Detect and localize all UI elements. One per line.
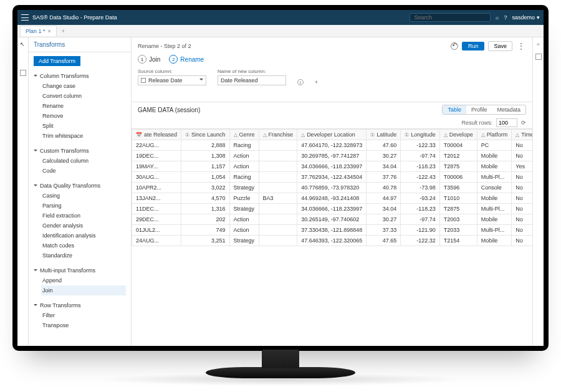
transform-item[interactable]: Remove [41,111,126,121]
step-indicator: 1Join 2Rename [138,54,526,69]
app-title: SAS® Data Studio - Prepare Data [32,14,117,21]
group-head[interactable]: Row Transforms [34,300,126,310]
transform-item[interactable]: Split [41,121,126,131]
left-gutter: ↖ [17,37,29,346]
column-header[interactable]: △Genre [229,130,259,140]
column-header[interactable]: △Develope [439,130,477,140]
chevron-down-icon [199,79,203,82]
source-column-label: Source column: [138,69,206,74]
transform-item[interactable]: Calculated column [41,156,126,166]
more-icon[interactable]: ⋮ [516,42,526,50]
tab-metadata[interactable]: Metadata [492,105,525,114]
column-header[interactable]: △Franchise [259,130,297,140]
table-row[interactable]: 24AUG...3,251Strategy47.646393, -122.320… [132,236,533,246]
close-icon[interactable]: × [48,28,51,34]
column-header[interactable]: △Platform [477,130,512,140]
column-header[interactable]: △Timed Pla [512,130,532,140]
table-row[interactable]: 29DEC...202Action30.265149, -97.74060230… [132,214,533,225]
transform-item[interactable]: Rename [41,101,126,111]
table-row[interactable]: 19MAY...1,157Action34.036666, -118.23399… [132,161,533,172]
column-header[interactable]: △Developer Location [297,130,367,140]
transform-item[interactable]: Identification analysis [41,231,126,241]
add-row-icon[interactable]: + [315,79,318,85]
search-input[interactable] [410,13,491,22]
help-icon[interactable]: ? [504,14,507,21]
transform-item[interactable]: Transpose [41,320,126,330]
step-join[interactable]: 1Join [138,55,160,64]
new-column-label: Name of new column: [218,69,286,74]
search-icon[interactable]: ⌕ [496,14,499,21]
transform-item[interactable]: Append [41,275,126,285]
date-icon [141,78,146,83]
refresh-icon[interactable]: ⟳ [521,120,526,126]
top-bar: SAS® Data Studio - Prepare Data ⌕ ? sasd… [17,10,544,25]
source-column-select[interactable]: Release Date [138,75,206,85]
menu-icon[interactable] [21,14,29,21]
info-icon[interactable]: i [297,79,304,85]
table-row[interactable]: 19DEC...1,308Action30.269785, -97.741287… [132,151,533,161]
transform-item[interactable]: Filter [41,310,126,320]
group-head[interactable]: Multi-input Transforms [34,265,126,275]
right-gutter: « [532,37,544,346]
add-tab-button[interactable]: + [59,28,67,34]
group-head[interactable]: Custom Transforms [34,146,126,156]
table-row[interactable]: 13JAN2...4,570PuzzleBA344.969248, -93.24… [132,193,533,204]
transforms-sidebar: Transforms Add Transform Column Transfor… [29,37,132,346]
collapse-icon[interactable]: ↖ [20,41,26,47]
step-rename[interactable]: 2Rename [169,55,204,64]
transform-item[interactable]: Field extraction [41,211,126,221]
group-head[interactable]: Column Transforms [34,71,126,81]
column-header[interactable]: ①Longitude [401,130,440,140]
sidebar-title: Transforms [29,37,131,52]
table-row[interactable]: 01JUL2...749Action37.330438, -121.898848… [132,225,533,236]
transform-item[interactable]: Parsing [41,201,126,211]
view-tabs: Table Profile Metadata [442,105,526,115]
transform-item[interactable]: Match codes [41,241,126,251]
tab-plan1[interactable]: Plan 1 *× [20,26,57,36]
table-row[interactable]: 30AUG...1,054Racing37.762934, -122.43450… [132,172,533,183]
result-rows-label: Result rows: [461,120,492,126]
transform-item[interactable]: Code [41,166,126,176]
transform-item[interactable]: Convert column [41,91,126,101]
data-grid[interactable]: 📅ate Released①Since Launch△Genre△Franchi… [132,128,532,346]
column-header[interactable]: 📅ate Released [132,130,181,140]
main-panel: Rename - Step 2 of 2 Run Save ⋮ 1Join 2R… [132,37,532,346]
table-row[interactable]: 22AUG...2,888Racing47.604170, -122.32897… [132,140,533,151]
tab-strip: Plan 1 *× + [17,25,544,37]
undo-icon[interactable] [451,42,458,50]
transform-item[interactable]: Standardize [41,251,126,261]
group-head[interactable]: Data Quality Transforms [34,181,126,191]
run-button[interactable]: Run [462,42,485,50]
tab-profile[interactable]: Profile [466,105,492,114]
save-button[interactable]: Save [488,41,512,51]
column-header[interactable]: ①Latitude [367,130,401,140]
panel-icon[interactable] [20,70,26,76]
add-transform-button[interactable]: Add Transform [34,56,80,66]
transform-item[interactable]: Trim whitespace [41,131,126,141]
transform-item[interactable]: Join [41,285,126,295]
new-column-input[interactable]: Date Released [218,75,286,85]
table-row[interactable]: 10APR2...3,022Strategy40.776859, -73.978… [132,183,533,193]
step-title: Rename - Step 2 of 2 [138,43,191,49]
transform-item[interactable]: Gender analysis [41,221,126,231]
user-menu[interactable]: sasdemo▾ [512,14,540,21]
collapse-right-icon[interactable]: « [537,41,540,47]
table-row[interactable]: 11DEC...1,316Strategy34.036666, -118.233… [132,204,533,214]
result-rows-input[interactable] [496,118,517,127]
transform-item[interactable]: Change case [41,81,126,91]
table-title: GAME DATA (session) [138,107,200,113]
tab-table[interactable]: Table [443,105,466,114]
transform-item[interactable]: Casing [41,191,126,201]
column-header[interactable]: ①Since Launch [181,130,230,140]
panel-icon-right[interactable] [535,54,542,60]
